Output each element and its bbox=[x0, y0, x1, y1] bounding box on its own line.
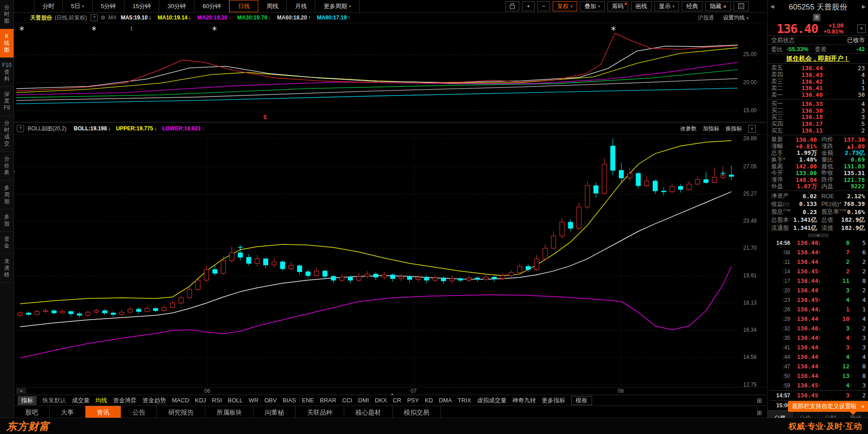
indicator-CCI[interactable]: CCI bbox=[342, 397, 352, 404]
indicator-DMI[interactable]: DMI bbox=[358, 397, 369, 404]
overview-chart-canvas[interactable] bbox=[14, 23, 767, 122]
tool-button-经典[interactable]: 经典 bbox=[682, 1, 702, 11]
period-tab-9[interactable]: 更多周期▾ bbox=[315, 0, 360, 12]
indicator-恢复默认[interactable]: 恢复默认 bbox=[43, 396, 66, 405]
period-tab-8[interactable]: 月线 bbox=[287, 0, 315, 12]
sidebar-item-kxiantu[interactable]: K线图 bbox=[0, 29, 14, 58]
tick-row: 14:57136.4532 bbox=[770, 390, 866, 400]
star-marker-icon: ∗ bbox=[610, 24, 616, 33]
indicator-BRAR[interactable]: BRAR bbox=[320, 397, 336, 404]
tool-button-expand[interactable] bbox=[734, 1, 749, 11]
gear-icon[interactable]: ⚙ bbox=[100, 14, 105, 21]
tick-count: 2 bbox=[849, 392, 866, 399]
sidebar-item-duogu[interactable]: 多股 bbox=[0, 210, 14, 232]
sidebar-item-duozhouqi[interactable]: 多周期 bbox=[0, 181, 14, 210]
indicator-成交量[interactable]: 成交量 bbox=[72, 396, 90, 405]
period-tab-7[interactable]: 周线 bbox=[258, 0, 287, 12]
tool-button-筹码[interactable]: 筹码 bbox=[607, 1, 628, 11]
sidebar-item-zijin[interactable]: 资金 bbox=[0, 232, 14, 254]
star-marker-icon: ∗ bbox=[19, 24, 25, 33]
tool-button-lock[interactable] bbox=[505, 1, 519, 11]
panel-collapse-handle[interactable]: ▲ bbox=[808, 234, 829, 237]
tool-button-画线[interactable]: 画线 bbox=[631, 1, 652, 11]
sidebar-item-longhubang[interactable]: 龙虎榜 bbox=[0, 254, 14, 283]
indicator-OBV[interactable]: OBV bbox=[264, 397, 276, 404]
tool-button-叠加[interactable]: 叠加▾ bbox=[580, 1, 605, 11]
weicha-label: 委差 bbox=[815, 45, 826, 53]
ma-text: MA5:19.10 bbox=[121, 14, 147, 21]
chart-tools: +−复权▾叠加▾筹码画线显示▾经典隐藏 » bbox=[505, 0, 749, 12]
indicator-RSI[interactable]: RSI bbox=[212, 397, 222, 404]
period-tab-0[interactable]: 分时 bbox=[34, 0, 63, 12]
tool-button-+[interactable]: + bbox=[522, 1, 535, 11]
tool-button-−[interactable]: − bbox=[537, 1, 550, 11]
tick-row: :20136.4432 bbox=[770, 286, 866, 295]
tooltip-close-icon[interactable]: × bbox=[861, 403, 865, 410]
period-tab-2[interactable]: 5分钟 bbox=[93, 0, 124, 12]
indicator-CR[interactable]: CR bbox=[393, 397, 401, 404]
indicator-KDJ[interactable]: KDJ bbox=[195, 397, 206, 404]
boll-action-1[interactable]: 加指标 bbox=[703, 125, 719, 133]
sidebar-item-fenshitu[interactable]: 分时图 bbox=[0, 0, 14, 29]
tool-button-隐藏 »[interactable]: 隐藏 » bbox=[705, 1, 731, 11]
open-account-link[interactable]: 抓住机会，即刻开户！ bbox=[787, 55, 850, 63]
indicator-资金趋势[interactable]: 资金趋势 bbox=[142, 396, 166, 405]
customize-indicator-icon[interactable]: ⊞ bbox=[757, 397, 762, 404]
stat-label: 股息率TTM bbox=[821, 208, 846, 216]
tick-count: 4 bbox=[849, 315, 866, 322]
tick-time: 15:00 bbox=[770, 402, 790, 409]
indicator-神奇九转[interactable]: 神奇九转 bbox=[512, 396, 536, 405]
bid-price: 136.18 bbox=[788, 114, 823, 120]
arrow-down-icon: ↓ bbox=[818, 278, 824, 284]
indicator-BIAS[interactable]: BIAS bbox=[283, 397, 296, 404]
indicator-均线[interactable]: 均线 bbox=[95, 396, 107, 405]
boll-action-2[interactable]: 换指标 bbox=[726, 125, 742, 133]
indicator-更多指标[interactable]: 更多指标 bbox=[542, 396, 565, 405]
help-icon[interactable]: ? bbox=[90, 14, 98, 21]
tick-count: 6 bbox=[849, 249, 866, 256]
indicator-TRIX[interactable]: TRIX bbox=[458, 397, 471, 404]
stat-value: 0.23 bbox=[803, 209, 817, 215]
arrow-up-icon: ↑ bbox=[818, 297, 824, 303]
sidebar-item-fenshichengjiao[interactable]: 分时成交 bbox=[0, 116, 14, 152]
indicator-BOLL[interactable]: BOLL bbox=[228, 397, 243, 404]
period-tab-4[interactable]: 30分钟 bbox=[159, 0, 194, 12]
bid-qty: 5 bbox=[861, 120, 865, 127]
indicator-指标[interactable]: 指标 bbox=[18, 396, 37, 405]
indicator-WR[interactable]: WR bbox=[249, 397, 259, 404]
sidebar-item-f10[interactable]: F10资料 bbox=[0, 58, 14, 87]
ask-qty: 1 bbox=[861, 78, 865, 85]
tool-button-显示[interactable]: 显示▾ bbox=[655, 1, 679, 11]
period-tab-3[interactable]: 15分钟 bbox=[124, 0, 159, 12]
indicator-PSY[interactable]: PSY bbox=[407, 397, 419, 404]
bid-row-4: 买五136.112 bbox=[771, 127, 865, 134]
scroll-left-button[interactable]: « bbox=[16, 388, 26, 394]
ask-qty: 30 bbox=[858, 91, 865, 98]
indicator-DMA[interactable]: DMA bbox=[439, 397, 452, 404]
sidebar-item-fenjiabiao[interactable]: 分价表 bbox=[0, 152, 14, 181]
indicator-KD[interactable]: KD bbox=[425, 397, 433, 404]
expand-arrow-icon[interactable]: ▲ bbox=[390, 392, 394, 396]
add-to-watchlist-button[interactable]: + bbox=[857, 24, 866, 33]
indicator-虚拟成交量[interactable]: 虚拟成交量 bbox=[477, 396, 507, 405]
prev-stock-icon[interactable]: ◀ bbox=[770, 4, 774, 10]
indicator-ENE[interactable]: ENE bbox=[302, 397, 314, 404]
customize-tabs-icon[interactable]: ⊞ bbox=[757, 409, 762, 416]
boll-help-icon[interactable]: ? bbox=[17, 125, 24, 132]
period-tab-6[interactable]: 日线 bbox=[229, 0, 258, 12]
period-tab-5[interactable]: 60分钟 bbox=[194, 0, 229, 12]
indicator-DKX[interactable]: DKX bbox=[375, 397, 387, 404]
main-chart-canvas[interactable] bbox=[14, 135, 767, 387]
indicator-MACD[interactable]: MACD bbox=[172, 397, 189, 404]
boll-action-0[interactable]: 改参数 bbox=[680, 125, 697, 133]
period-tab-1[interactable]: 5日▾ bbox=[63, 0, 93, 12]
tick-row: :32136.40↓32 bbox=[770, 324, 866, 333]
next-stock-icon[interactable]: ▶ bbox=[862, 4, 866, 10]
tick-price: 136.44 bbox=[790, 315, 818, 322]
close-subchart-icon[interactable]: × bbox=[748, 125, 756, 133]
sidebar-item-shendu[interactable]: 深度F9 bbox=[0, 87, 14, 116]
indicator-模板[interactable]: 模板 bbox=[571, 396, 592, 405]
tool-button-复权[interactable]: 复权▾ bbox=[553, 1, 578, 11]
set-ma-button[interactable]: 设置均线▾ bbox=[723, 14, 749, 22]
indicator-资金博弈[interactable]: 资金博弈 bbox=[113, 396, 137, 405]
